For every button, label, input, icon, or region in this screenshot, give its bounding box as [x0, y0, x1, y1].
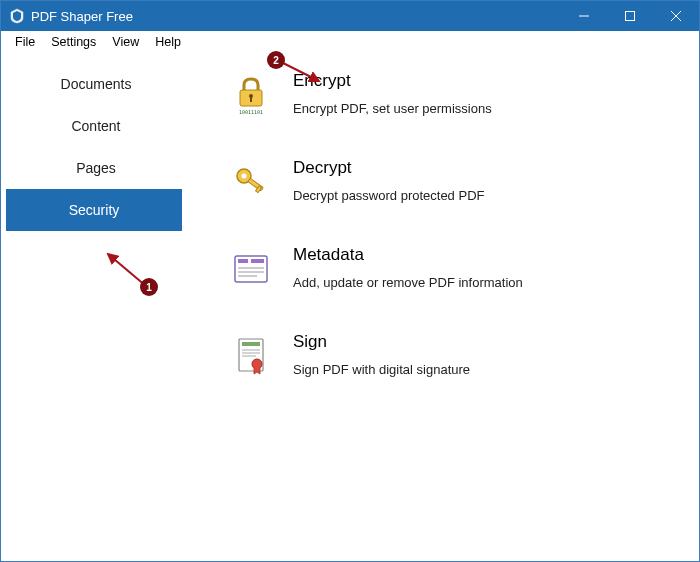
key-icon — [231, 162, 271, 202]
menu-file[interactable]: File — [7, 33, 43, 51]
option-title: Decrypt — [293, 158, 484, 178]
option-decrypt[interactable]: Decrypt Decrypt password protected PDF — [231, 158, 679, 203]
option-desc: Add, update or remove PDF information — [293, 275, 523, 290]
svg-point-9 — [242, 174, 247, 179]
option-desc: Sign PDF with digital signature — [293, 362, 470, 377]
svg-rect-1 — [626, 12, 635, 21]
window-controls — [561, 1, 699, 31]
menu-view[interactable]: View — [104, 33, 147, 51]
option-title: Sign — [293, 332, 470, 352]
option-title: Encrypt — [293, 71, 492, 91]
svg-rect-6 — [250, 97, 252, 102]
sidebar-item-label: Content — [71, 118, 120, 134]
menu-help[interactable]: Help — [147, 33, 189, 51]
sidebar-item-label: Security — [69, 202, 120, 218]
option-desc: Encrypt PDF, set user permissions — [293, 101, 492, 116]
maximize-button[interactable] — [607, 1, 653, 31]
option-sign[interactable]: Sign Sign PDF with digital signature — [231, 332, 679, 377]
sidebar-item-security[interactable]: Security — [6, 189, 182, 231]
sidebar-item-label: Pages — [76, 160, 116, 176]
sidebar-item-label: Documents — [61, 76, 132, 92]
certificate-icon — [231, 336, 271, 376]
svg-rect-14 — [251, 259, 264, 263]
svg-rect-19 — [242, 342, 260, 346]
main-panel: 10011101 Encrypt Encrypt PDF, set user p… — [191, 53, 699, 561]
sidebar-item-pages[interactable]: Pages — [1, 147, 191, 189]
lock-icon: 10011101 — [231, 75, 271, 115]
option-desc: Decrypt password protected PDF — [293, 188, 484, 203]
option-metadata[interactable]: Metadata Add, update or remove PDF infor… — [231, 245, 679, 290]
option-encrypt[interactable]: 10011101 Encrypt Encrypt PDF, set user p… — [231, 71, 679, 116]
sidebar-item-documents[interactable]: Documents — [1, 63, 191, 105]
minimize-button[interactable] — [561, 1, 607, 31]
menu-settings[interactable]: Settings — [43, 33, 104, 51]
sidebar: Documents Content Pages Security — [1, 53, 191, 561]
sidebar-item-content[interactable]: Content — [1, 105, 191, 147]
app-icon — [9, 8, 25, 24]
option-title: Metadata — [293, 245, 523, 265]
menubar: File Settings View Help — [1, 31, 699, 53]
titlebar: PDF Shaper Free — [1, 1, 699, 31]
svg-text:10011101: 10011101 — [239, 109, 263, 115]
app-title: PDF Shaper Free — [31, 9, 133, 24]
close-button[interactable] — [653, 1, 699, 31]
svg-rect-13 — [238, 259, 248, 263]
metadata-icon — [231, 249, 271, 289]
svg-point-23 — [252, 359, 262, 369]
